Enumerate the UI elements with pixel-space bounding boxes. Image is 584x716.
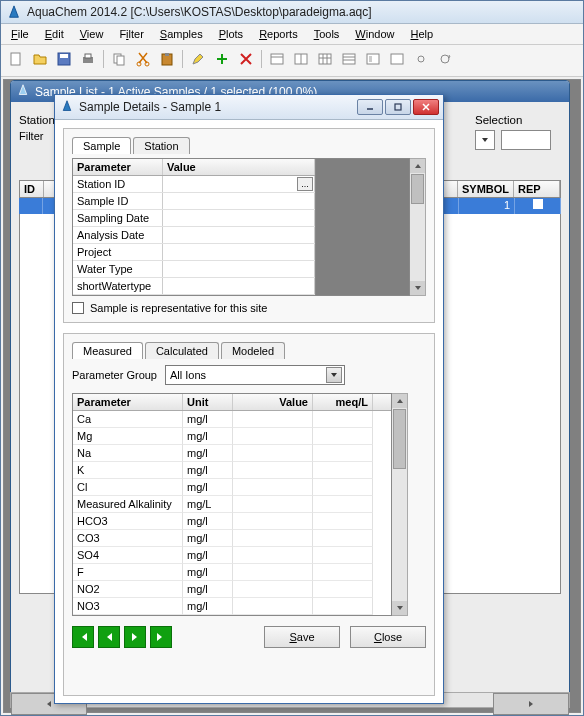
param-value-cell[interactable]	[163, 210, 315, 226]
menu-plots[interactable]: Plots	[213, 26, 249, 42]
ion-row[interactable]: CO3mg/l	[73, 530, 391, 547]
menu-help[interactable]: Help	[404, 26, 439, 42]
scroll-thumb[interactable]	[411, 174, 424, 204]
param-row[interactable]: Project	[73, 244, 315, 261]
next-record-button[interactable]	[124, 626, 146, 648]
detail-icon[interactable]	[362, 48, 384, 70]
ion-row[interactable]: HCO3mg/l	[73, 513, 391, 530]
menu-tools[interactable]: Tools	[308, 26, 346, 42]
ion-row[interactable]: Mgmg/l	[73, 428, 391, 445]
data-vscroll[interactable]	[392, 393, 408, 616]
ion-meq	[313, 479, 373, 496]
param-row[interactable]: Station ID...	[73, 176, 315, 193]
menu-samples[interactable]: Samples	[154, 26, 209, 42]
close-button[interactable]	[413, 99, 439, 115]
delete-icon[interactable]	[235, 48, 257, 70]
open-icon[interactable]	[29, 48, 51, 70]
tab-station[interactable]: Station	[133, 137, 189, 154]
data-scroll-thumb[interactable]	[393, 409, 406, 469]
row-rep-checkbox[interactable]	[515, 198, 561, 214]
ion-row[interactable]: Kmg/l	[73, 462, 391, 479]
form1-icon[interactable]	[266, 48, 288, 70]
param-value-cell[interactable]	[163, 244, 315, 260]
menu-file[interactable]: File	[5, 26, 35, 42]
col-parameter[interactable]: Parameter	[73, 159, 163, 175]
data-scroll-up-icon[interactable]	[392, 394, 407, 408]
scroll-right-icon[interactable]	[493, 693, 569, 715]
close-dialog-button[interactable]: Close	[350, 626, 426, 648]
sample-details-titlebar[interactable]: Sample Details - Sample 1	[55, 95, 443, 120]
ion-row[interactable]: Namg/l	[73, 445, 391, 462]
tab-sample[interactable]: Sample	[72, 137, 131, 154]
paste-icon[interactable]	[156, 48, 178, 70]
first-record-button[interactable]	[72, 626, 94, 648]
col-rep[interactable]: REP	[514, 181, 560, 197]
parameter-group-dropdown[interactable]: All Ions	[165, 365, 345, 385]
param-row[interactable]: Sample ID	[73, 193, 315, 210]
extra-icon[interactable]	[386, 48, 408, 70]
ion-parameter: HCO3	[73, 513, 183, 530]
menu-reports[interactable]: Reports	[253, 26, 304, 42]
param-value-cell[interactable]	[163, 227, 315, 243]
menu-filter[interactable]: Filter	[113, 26, 149, 42]
save-button[interactable]: Save	[264, 626, 340, 648]
cut-icon[interactable]	[132, 48, 154, 70]
param-value-cell[interactable]	[163, 193, 315, 209]
ion-meq	[313, 428, 373, 445]
ion-row[interactable]: Fmg/l	[73, 564, 391, 581]
dcol-unit[interactable]: Unit	[183, 394, 233, 410]
scroll-down-icon[interactable]	[410, 281, 425, 295]
data-scroll-down-icon[interactable]	[392, 601, 407, 615]
dcol-meq[interactable]: meq/L	[313, 394, 373, 410]
refresh-icon[interactable]	[434, 48, 456, 70]
tab-calculated[interactable]: Calculated	[145, 342, 219, 359]
edit-icon[interactable]	[187, 48, 209, 70]
new-icon[interactable]	[5, 48, 27, 70]
station-id-browse-button[interactable]: ...	[297, 177, 313, 191]
sample-details-title: Sample Details - Sample 1	[79, 100, 221, 114]
param-row[interactable]: Sampling Date	[73, 210, 315, 227]
tab-modeled[interactable]: Modeled	[221, 342, 285, 359]
ion-unit: mg/l	[183, 411, 233, 428]
list-icon[interactable]	[338, 48, 360, 70]
minimize-button[interactable]	[357, 99, 383, 115]
selection-dropdown-button[interactable]	[475, 130, 495, 150]
col-id[interactable]: ID	[20, 181, 44, 197]
dropdown-arrow-icon[interactable]	[326, 367, 342, 383]
param-value-cell[interactable]	[163, 261, 315, 277]
grid-icon[interactable]	[314, 48, 336, 70]
save-icon[interactable]	[53, 48, 75, 70]
ion-row[interactable]: NO3mg/l	[73, 598, 391, 615]
menu-view[interactable]: View	[74, 26, 110, 42]
ion-row[interactable]: SO4mg/l	[73, 547, 391, 564]
ion-row[interactable]: NO2mg/l	[73, 581, 391, 598]
tab-measured[interactable]: Measured	[72, 342, 143, 359]
scroll-up-icon[interactable]	[410, 159, 425, 173]
param-value-cell[interactable]: ...	[163, 176, 315, 192]
form2-icon[interactable]	[290, 48, 312, 70]
add-icon[interactable]	[211, 48, 233, 70]
param-row[interactable]: Water Type	[73, 261, 315, 278]
dcol-parameter[interactable]: Parameter	[73, 394, 183, 410]
copy-icon[interactable]	[108, 48, 130, 70]
link-icon[interactable]	[410, 48, 432, 70]
param-value-cell[interactable]	[163, 278, 315, 294]
dcol-value[interactable]: Value	[233, 394, 313, 410]
prev-record-button[interactable]	[98, 626, 120, 648]
menu-edit[interactable]: Edit	[39, 26, 70, 42]
param-vscroll[interactable]	[410, 158, 426, 296]
param-row[interactable]: Analysis Date	[73, 227, 315, 244]
print-icon[interactable]	[77, 48, 99, 70]
ion-value	[233, 513, 313, 530]
col-value[interactable]: Value	[163, 159, 315, 175]
maximize-button[interactable]	[385, 99, 411, 115]
representative-checkbox[interactable]	[72, 302, 84, 314]
ion-row[interactable]: Measured Alkalinitymg/L	[73, 496, 391, 513]
param-row[interactable]: shortWatertype	[73, 278, 315, 295]
ion-row[interactable]: Clmg/l	[73, 479, 391, 496]
ion-row[interactable]: Camg/l	[73, 411, 391, 428]
col-symbol[interactable]: SYMBOL	[458, 181, 514, 197]
last-record-button[interactable]	[150, 626, 172, 648]
selection-combo[interactable]	[501, 130, 551, 150]
menu-window[interactable]: Window	[349, 26, 400, 42]
